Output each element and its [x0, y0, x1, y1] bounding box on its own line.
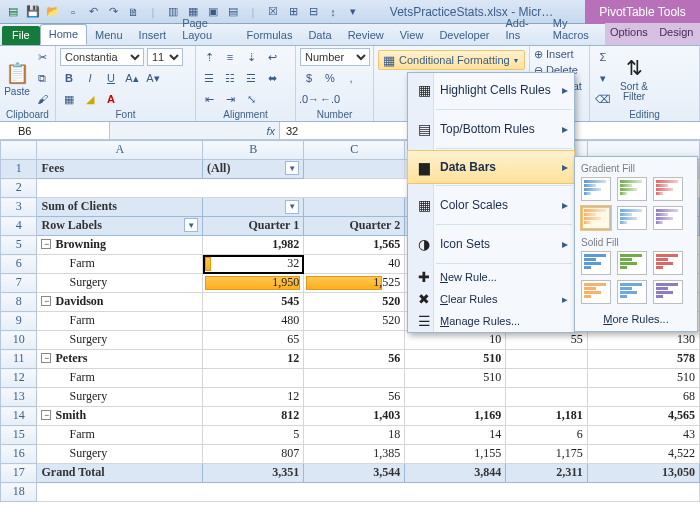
qat-misc8[interactable]: ↕ — [324, 3, 342, 21]
databar-solid-green[interactable] — [617, 251, 647, 275]
decrease-decimal-button[interactable]: ←.0 — [321, 90, 339, 108]
tab-menu[interactable]: Menu — [87, 26, 131, 45]
number-format-select[interactable]: Number — [300, 48, 370, 66]
tab-developer[interactable]: Developer — [431, 26, 497, 45]
col-A[interactable]: A — [37, 141, 203, 160]
tab-my-macros[interactable]: My Macros — [545, 14, 605, 45]
autosum-button[interactable]: Σ — [594, 48, 612, 66]
align-bottom-button[interactable]: ⇣ — [242, 48, 260, 66]
menu-highlight-cells-rules[interactable]: ▦ Highlight Cells Rules ▸ — [408, 73, 574, 107]
databar-gradient-blue[interactable] — [581, 177, 611, 201]
collapse-icon[interactable]: − — [41, 410, 51, 420]
shrink-font-button[interactable]: A▾ — [144, 69, 162, 87]
orientation-button[interactable]: ⤡ — [242, 90, 260, 108]
open-icon[interactable]: 📂 — [44, 3, 62, 21]
tab-formulas[interactable]: Formulas — [239, 26, 301, 45]
qat-misc5[interactable]: ☒ — [264, 3, 282, 21]
menu-data-bars[interactable]: ▆ Data Bars ▸ — [407, 150, 575, 184]
paste-button[interactable]: 📋 Paste — [4, 48, 30, 108]
databar-gradient-green[interactable] — [617, 177, 647, 201]
clear-button[interactable]: ⌫ — [594, 90, 612, 108]
borders-button[interactable]: ▦ — [60, 90, 78, 108]
wrap-text-button[interactable]: ↩ — [263, 48, 281, 66]
databar-solid-orange[interactable] — [581, 280, 611, 304]
font-size-select[interactable]: 11 — [147, 48, 183, 66]
databar-gradient-red[interactable] — [653, 177, 683, 201]
filter-dropdown-icon[interactable]: ▼ — [285, 161, 299, 175]
databar-solid-red[interactable] — [653, 251, 683, 275]
sort-filter-button[interactable]: ⇅ Sort & Filter — [615, 48, 653, 108]
accounting-format-button[interactable]: $ — [300, 69, 318, 87]
conditional-formatting-button[interactable]: ▦ Conditional Formatting ▾ — [378, 50, 525, 70]
menu-top-bottom-rules[interactable]: ▤ Top/Bottom Rules ▸ — [408, 112, 574, 146]
row-4[interactable]: 4 — [1, 217, 37, 236]
decrease-indent-button[interactable]: ⇤ — [200, 90, 218, 108]
col-labels-dropdown-icon[interactable]: ▼ — [285, 200, 299, 214]
fill-color-button[interactable]: ◢ — [81, 90, 99, 108]
row-2[interactable]: 2 — [1, 179, 37, 198]
collapse-icon[interactable]: − — [41, 296, 51, 306]
merge-center-button[interactable]: ⬌ — [263, 69, 281, 87]
cell-A3[interactable]: Sum of Clients — [37, 198, 203, 217]
tab-file[interactable]: File — [2, 26, 40, 45]
more-rules-link[interactable]: More Rules... — [581, 309, 691, 325]
increase-decimal-button[interactable]: .0→ — [300, 90, 318, 108]
databar-gradient-purple[interactable] — [653, 206, 683, 230]
row-3[interactable]: 3 — [1, 198, 37, 217]
italic-button[interactable]: I — [81, 69, 99, 87]
align-right-button[interactable]: ☲ — [242, 69, 260, 87]
format-painter-icon[interactable]: 🖌 — [33, 90, 51, 108]
cell-A4[interactable]: Row Labels▼ — [37, 217, 203, 236]
tab-design[interactable]: Design — [653, 23, 700, 45]
menu-manage-rules[interactable]: ☰ Manage Rules... — [408, 310, 574, 332]
tab-data[interactable]: Data — [300, 26, 339, 45]
print-preview-icon[interactable]: 🗎 — [124, 3, 142, 21]
save-icon[interactable]: 💾 — [24, 3, 42, 21]
menu-color-scales[interactable]: ▦ Color Scales ▸ — [408, 188, 574, 222]
menu-icon-sets[interactable]: ◑ Icon Sets ▸ — [408, 227, 574, 261]
cell-B3[interactable]: ▼ — [203, 198, 304, 217]
tab-insert[interactable]: Insert — [131, 26, 175, 45]
menu-new-rule[interactable]: ✚ New Rule... — [408, 266, 574, 288]
cut-icon[interactable]: ✂ — [33, 48, 51, 66]
redo-icon[interactable]: ↷ — [104, 3, 122, 21]
cell-A1[interactable]: Fees — [37, 160, 203, 179]
row-1[interactable]: 1 — [1, 160, 37, 179]
new-icon[interactable]: ▫ — [64, 3, 82, 21]
databar-gradient-lightblue[interactable] — [617, 206, 647, 230]
tab-view[interactable]: View — [392, 26, 432, 45]
tab-review[interactable]: Review — [340, 26, 392, 45]
increase-indent-button[interactable]: ⇥ — [221, 90, 239, 108]
qat-misc7[interactable]: ⊟ — [304, 3, 322, 21]
select-all[interactable] — [1, 141, 37, 160]
tab-home[interactable]: Home — [40, 24, 87, 45]
align-left-button[interactable]: ☰ — [200, 69, 218, 87]
cell-B6[interactable]: 32 — [203, 255, 304, 274]
collapse-icon[interactable]: − — [41, 353, 51, 363]
align-top-button[interactable]: ⇡ — [200, 48, 218, 66]
grow-font-button[interactable]: A▴ — [123, 69, 141, 87]
col-B[interactable]: B — [203, 141, 304, 160]
cell-B1[interactable]: (All)▼ — [203, 160, 304, 179]
qat-misc6[interactable]: ⊞ — [284, 3, 302, 21]
comma-format-button[interactable]: , — [342, 69, 360, 87]
qat-customize-icon[interactable]: ▾ — [344, 3, 362, 21]
databar-solid-lightblue[interactable] — [617, 280, 647, 304]
tab-addins[interactable]: Add-Ins — [498, 14, 545, 45]
row-labels-dropdown-icon[interactable]: ▼ — [184, 218, 198, 232]
font-color-button[interactable]: A — [102, 90, 120, 108]
collapse-icon[interactable]: − — [41, 239, 51, 249]
databar-solid-blue[interactable] — [581, 251, 611, 275]
underline-button[interactable]: U — [102, 69, 120, 87]
bold-button[interactable]: B — [60, 69, 78, 87]
name-box[interactable]: B6 — [0, 122, 110, 139]
col-C[interactable]: C — [304, 141, 405, 160]
percent-format-button[interactable]: % — [321, 69, 339, 87]
align-middle-button[interactable]: ≡ — [221, 48, 239, 66]
align-center-button[interactable]: ☷ — [221, 69, 239, 87]
tab-options[interactable]: Options — [605, 23, 652, 45]
databar-gradient-orange[interactable] — [581, 206, 611, 230]
menu-clear-rules[interactable]: ✖ Clear Rules ▸ — [408, 288, 574, 310]
databar-solid-purple[interactable] — [653, 280, 683, 304]
copy-icon[interactable]: ⧉ — [33, 69, 51, 87]
